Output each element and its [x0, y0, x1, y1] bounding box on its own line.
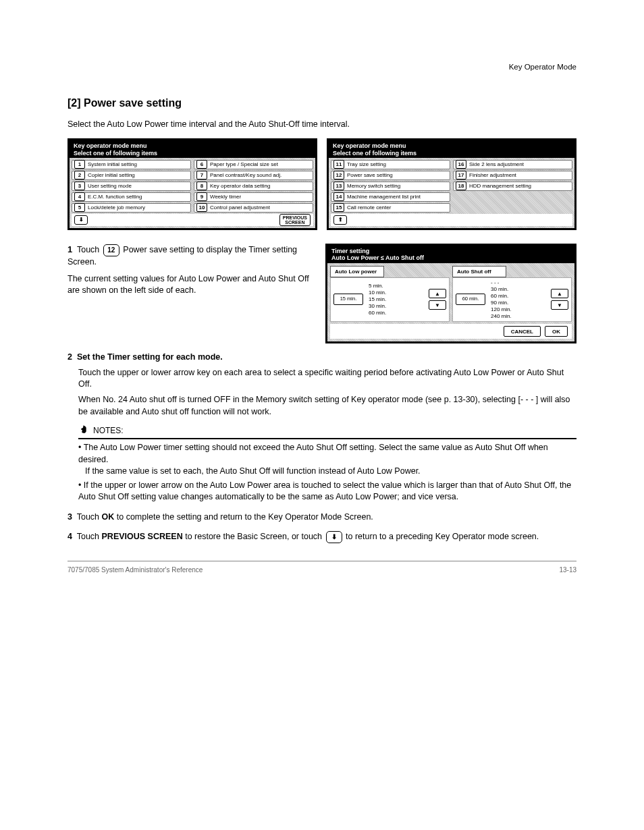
low-down-arrow[interactable]: ▼ — [429, 300, 446, 310]
header-right: Key Operator Mode — [68, 62, 576, 73]
menu-item-10[interactable]: 10Control panel adjustment — [194, 203, 313, 213]
menu-item-3[interactable]: 3User setting mode — [72, 182, 191, 191]
previous-screen-button[interactable]: PREVIOUS SCREEN — [279, 214, 311, 226]
menu-item-12-icon: 12 — [103, 244, 119, 256]
intro-text: Select the Auto Low Power time interval … — [68, 119, 576, 130]
menu-item-8[interactable]: 8Key operator data setting — [194, 182, 313, 191]
cancel-button[interactable]: CANCEL — [504, 326, 541, 337]
footer-right: 13-13 — [559, 565, 576, 575]
menu-item-16[interactable]: 16Side 2 lens adjustment — [453, 160, 572, 169]
menu-item-5[interactable]: 5Lock/delete job memory — [72, 203, 191, 213]
footer-left: 7075/7085 System Administrator's Referen… — [68, 565, 203, 575]
menu-item-4[interactable]: 4E.C.M. function setting — [72, 192, 191, 202]
auto-shut-off-tab[interactable]: Auto Shut off — [452, 266, 506, 277]
hand-icon — [78, 424, 88, 437]
down-arrow-icon: ⬇ — [326, 531, 342, 543]
shut-up-arrow[interactable]: ▲ — [551, 289, 568, 298]
menu-item-18[interactable]: 18HDD management setting — [453, 182, 572, 191]
timer-setting-screen: Timer setting Auto Low Power ≤ Auto Shut… — [325, 244, 576, 343]
menu1-title2: Select one of following items — [74, 150, 311, 157]
menu2-title2: Select one of following items — [333, 150, 570, 157]
step2-number: 2 — [68, 352, 72, 362]
shut-down-arrow[interactable]: ▼ — [551, 300, 568, 310]
shut-off-current: 60 min. — [456, 294, 485, 304]
step2-body2: When No. 24 Auto shut off is turned OFF … — [78, 394, 576, 418]
menu2-title1: Key operator mode menu — [333, 142, 570, 149]
ok-button[interactable]: OK — [545, 326, 568, 337]
shut-off-options: - - -30 min.60 min.90 min.120 min.240 mi… — [491, 279, 518, 320]
step2-body1: Touch the upper or lower arrow key on ea… — [78, 367, 576, 391]
step2-bold: Set the Timer setting for each mode. — [77, 352, 223, 362]
step1-sub: The current setting values for Auto Low … — [68, 273, 316, 297]
menu-item-15[interactable]: 15Call remote center — [331, 203, 450, 213]
section-title: [2] Power save setting — [68, 96, 576, 111]
down-arrow-button[interactable]: ⬇ — [74, 215, 88, 225]
menu-item-14[interactable]: 14Machine management list print — [331, 192, 450, 202]
menu-item-9[interactable]: 9Weekly timer — [194, 192, 313, 202]
menu-item-17[interactable]: 17Finisher adjustment — [453, 171, 572, 180]
low-up-arrow[interactable]: ▲ — [429, 289, 446, 298]
step4-number: 4 — [68, 532, 72, 541]
step1-number: 1 — [68, 244, 72, 254]
menu-item-12[interactable]: 12Power save setting — [331, 171, 450, 180]
menu-item-13[interactable]: 13Memory switch setting — [331, 182, 450, 191]
notes-heading: NOTES: — [78, 424, 576, 440]
up-arrow-button[interactable]: ⬆ — [333, 215, 347, 225]
menu1-title1: Key operator mode menu — [74, 142, 311, 149]
menu-screen-2: Key operator mode menu Select one of fol… — [327, 138, 576, 230]
low-power-current: 15 min. — [333, 294, 363, 304]
auto-low-power-tab[interactable]: Auto Low power — [330, 266, 384, 277]
menu-item-2[interactable]: 2Copier initial setting — [72, 171, 191, 180]
menu-item-7[interactable]: 7Panel contrast/Key sound adj. — [194, 171, 313, 180]
low-power-options: 5 min.10 min.15 min.30 min.60 min. — [369, 283, 396, 316]
menu-item-1[interactable]: 1System initial setting — [72, 160, 191, 169]
step3-number: 3 — [68, 512, 72, 522]
menu-item-6[interactable]: 6Paper type / Special size set — [194, 160, 313, 169]
menu-item-11[interactable]: 11Tray size setting — [331, 160, 450, 169]
menu-screen-1: Key operator mode menu Select one of fol… — [68, 138, 317, 230]
